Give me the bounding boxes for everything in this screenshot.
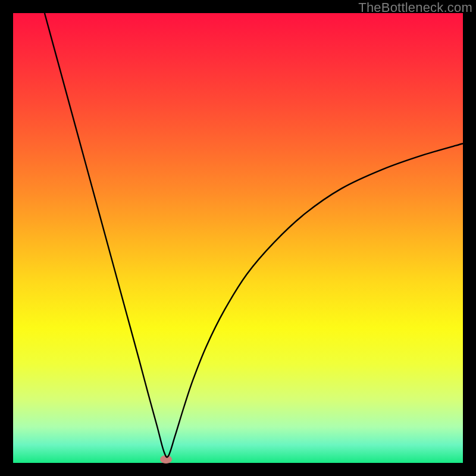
chart-frame: TheBottleneck.com: [0, 0, 476, 476]
bottleneck-chart: [0, 0, 476, 476]
plot-background: [13, 13, 463, 463]
attribution-text: TheBottleneck.com: [358, 0, 472, 15]
